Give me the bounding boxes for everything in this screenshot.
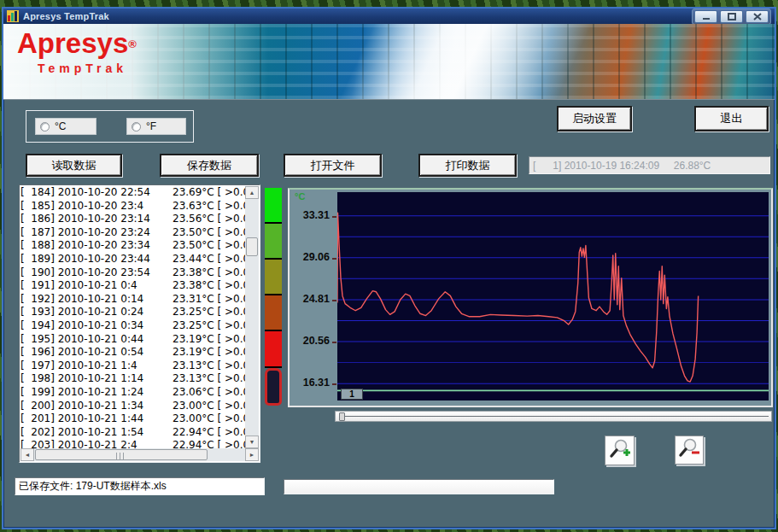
y-axis-unit-label: °C: [295, 191, 305, 202]
y-tick-label: 20.56: [303, 335, 330, 347]
save-data-button[interactable]: 保存数据: [160, 154, 259, 177]
list-item[interactable]: [ 195] 2010-10-21 0:44 23.19°C [ >0.0: [20, 333, 245, 347]
zoom-in-icon: [609, 438, 631, 464]
scale-segment-green: [265, 188, 282, 224]
record-index-datetime: [ 186] 2010-10-20 23:14: [20, 213, 173, 226]
list-item[interactable]: [ 196] 2010-10-21 0:54 23.19°C [ >0.0: [20, 346, 245, 360]
record-temperature: 23.00°C [ >0.0: [173, 412, 245, 426]
list-item[interactable]: [ 187] 2010-10-20 23:24 23.50°C [ >0.0: [20, 226, 245, 240]
chart-plot-area: 1: [337, 192, 769, 400]
record-index-datetime: [ 184] 2010-10-20 22:54: [20, 186, 173, 200]
start-setup-button[interactable]: 启动设置: [557, 106, 632, 132]
list-item[interactable]: [ 201] 2010-10-21 1:44 23.00°C [ >0.0: [20, 412, 245, 426]
registered-mark: ®: [128, 38, 137, 50]
chart-canvas: [337, 192, 769, 400]
scroll-down-button[interactable]: ▼: [245, 436, 259, 448]
list-item[interactable]: [ 189] 2010-10-20 23:44 23.44°C [ >0.0: [20, 253, 245, 266]
record-index-datetime: [ 191] 2010-10-21 0:4: [20, 279, 173, 293]
list-item[interactable]: [ 203] 2010-10-21 2:4 22.94°C [ >0.0: [20, 439, 245, 448]
y-tick-mark: [332, 258, 336, 260]
brand-name: Apresys: [17, 27, 128, 59]
record-temperature: 23.50°C [ >0.0: [173, 226, 245, 240]
record-temperature: 22.94°C [ >0.0: [173, 439, 245, 448]
scroll-grip-icon: [116, 453, 126, 459]
list-item[interactable]: [ 191] 2010-10-21 0:4 23.38°C [ >0.0: [20, 279, 245, 293]
exit-button[interactable]: 退出: [694, 106, 769, 132]
scroll-left-button[interactable]: ◄: [20, 448, 34, 461]
record-temperature: 23.31°C [ >0.0: [173, 293, 245, 307]
arrow-right-icon: ►: [249, 452, 255, 458]
list-item[interactable]: [ 184] 2010-10-20 22:54 23.69°C [ >0.0: [20, 186, 245, 200]
record-index-datetime: [ 185] 2010-10-20 23:4: [20, 200, 173, 213]
slider-thumb[interactable]: [339, 412, 345, 421]
vertical-scrollbar[interactable]: ▲ ▼: [245, 186, 259, 448]
temperature-color-scale: [265, 188, 282, 407]
radio-icon: [40, 122, 50, 132]
list-item[interactable]: [ 198] 2010-10-21 1:14 23.13°C [ >0.0: [20, 372, 245, 386]
record-index-datetime: [ 189] 2010-10-20 23:44: [20, 253, 173, 266]
zoom-in-button[interactable]: [605, 436, 635, 465]
y-tick-mark: [332, 216, 336, 218]
record-temperature: 23.50°C [ >0.0: [173, 239, 245, 253]
minimize-icon: [702, 13, 711, 20]
list-item[interactable]: [ 185] 2010-10-20 23:4 23.63°C [ >0.0: [20, 200, 245, 213]
radio-icon: [132, 122, 141, 132]
window-title: Apresys TempTrak: [23, 11, 109, 21]
list-item[interactable]: [ 194] 2010-10-21 0:34 23.25°C [ >0.0: [20, 319, 245, 333]
scroll-up-button[interactable]: ▲: [245, 186, 259, 199]
scroll-right-button[interactable]: ►: [245, 448, 259, 461]
celsius-radio[interactable]: °C: [35, 118, 97, 135]
open-file-button[interactable]: 打开文件: [284, 154, 382, 177]
record-temperature: 23.44°C [ >0.0: [173, 253, 245, 266]
list-item[interactable]: [ 200] 2010-10-21 1:34 23.00°C [ >0.0: [20, 400, 245, 413]
record-index-datetime: [ 188] 2010-10-20 23:34: [20, 239, 173, 253]
read-data-button[interactable]: 读取数据: [26, 154, 122, 177]
thermometer-bulb-icon: [265, 368, 282, 406]
record-index-datetime: [ 193] 2010-10-21 0:24: [20, 306, 173, 319]
close-button[interactable]: [746, 10, 769, 23]
record-index-datetime: [ 192] 2010-10-21 0:14: [20, 293, 173, 307]
list-item[interactable]: [ 202] 2010-10-21 1:54 22.94°C [ >0.0: [20, 426, 245, 440]
record-temperature: 23.25°C [ >0.0: [173, 306, 245, 319]
fahrenheit-radio[interactable]: °F: [126, 118, 186, 135]
y-tick-mark: [332, 383, 336, 385]
scale-segment-red: [265, 331, 282, 368]
y-tick-label: 33.31: [303, 209, 330, 221]
progress-bar: [284, 479, 554, 494]
list-item[interactable]: [ 197] 2010-10-21 1:4 23.13°C [ >0.0: [20, 360, 245, 373]
record-temperature: 23.06°C [ >0.0: [173, 386, 245, 400]
temperature-chart: °C 33.3129.0624.8120.5616.31 1: [288, 188, 773, 407]
record-index-datetime: [ 199] 2010-10-21 1:24: [20, 386, 173, 400]
record-temperature: 22.94°C [ >0.0: [173, 426, 245, 440]
arrow-up-icon: ▲: [249, 190, 255, 196]
data-listbox: [ 184] 2010-10-20 22:54 23.69°C [ >0.0 […: [19, 184, 260, 463]
minimize-button[interactable]: [694, 10, 717, 23]
record-index-datetime: [ 203] 2010-10-21 2:4: [20, 439, 173, 448]
horizontal-scroll-thumb[interactable]: [35, 449, 208, 460]
y-tick-label: 29.06: [303, 251, 330, 263]
maximize-button[interactable]: [720, 10, 743, 23]
list-item[interactable]: [ 186] 2010-10-20 23:14 23.56°C [ >0.0: [20, 213, 245, 226]
chart-scroll-slider[interactable]: [335, 411, 772, 422]
scale-segment-lightgreen: [265, 224, 282, 260]
record-temperature: 23.63°C [ >0.0: [173, 200, 245, 213]
list-item[interactable]: [ 193] 2010-10-21 0:24 23.25°C [ >0.0: [20, 306, 245, 319]
slider-track: [339, 416, 769, 417]
record-index-datetime: [ 196] 2010-10-21 0:54: [20, 346, 173, 360]
arrow-left-icon: ◄: [25, 452, 31, 458]
record-index-datetime: [ 187] 2010-10-20 23:24: [20, 226, 173, 240]
list-item[interactable]: [ 188] 2010-10-20 23:34 23.50°C [ >0.0: [20, 239, 245, 253]
series-tab-1[interactable]: 1: [341, 389, 363, 400]
vertical-scroll-thumb[interactable]: [246, 237, 258, 256]
list-item[interactable]: [ 190] 2010-10-20 23:54 23.38°C [ >0.0: [20, 266, 245, 280]
horizontal-scrollbar[interactable]: ◄ ►: [20, 448, 259, 461]
list-item[interactable]: [ 199] 2010-10-21 1:24 23.06°C [ >0.0: [20, 386, 245, 400]
zoom-out-button[interactable]: [675, 436, 704, 465]
app-icon: [7, 10, 19, 22]
list-item[interactable]: [ 192] 2010-10-21 0:14 23.31°C [ >0.0: [20, 293, 245, 307]
record-temperature: 23.38°C [ >0.0: [173, 279, 245, 293]
header-banner: Apresys® TempTrak: [3, 24, 775, 100]
print-data-button[interactable]: 打印数据: [418, 154, 517, 177]
record-index-datetime: [ 201] 2010-10-21 1:44: [20, 412, 173, 426]
record-index-datetime: [ 195] 2010-10-21 0:44: [20, 333, 173, 347]
